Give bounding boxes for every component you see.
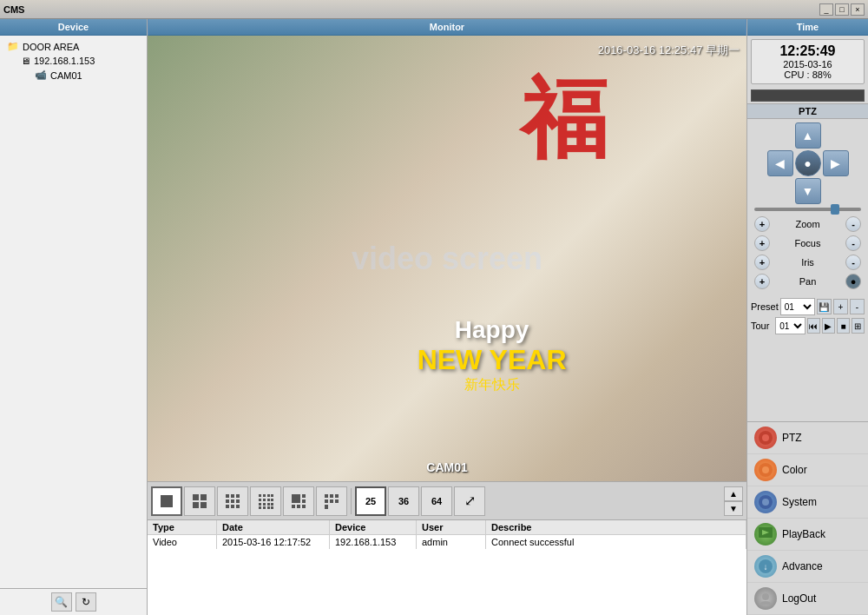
ptz-left-button[interactable]: ◀ xyxy=(767,150,793,176)
svg-rect-5 xyxy=(226,494,229,498)
nav-item-system[interactable]: System xyxy=(747,486,868,519)
svg-rect-40 xyxy=(330,499,333,503)
layout-custom1-button[interactable] xyxy=(283,486,314,516)
ptz-right-button[interactable]: ▶ xyxy=(823,150,849,176)
ptz-center-button[interactable]: ● xyxy=(795,150,821,176)
nav-item-color[interactable]: Color xyxy=(747,454,868,486)
pan-plus-button[interactable]: + xyxy=(754,274,770,289)
log-type: Video xyxy=(148,535,217,549)
ptz-nav-icon xyxy=(754,427,777,449)
svg-rect-1 xyxy=(193,494,199,500)
ptz-label: PTZ xyxy=(747,104,868,119)
advance-nav-icon: ↓ xyxy=(754,555,777,578)
nav-item-logout[interactable]: LogOut xyxy=(747,583,868,615)
app-title: CMS xyxy=(3,4,24,15)
svg-rect-17 xyxy=(271,494,273,497)
ptz-up-button[interactable]: ▲ xyxy=(795,122,821,149)
tree-cam-label: CAM01 xyxy=(50,70,82,81)
scroll-up-button[interactable]: ▲ xyxy=(724,486,743,501)
center-panel: Monitor 2016-03-16 12:25:47 早期一 福 Happy … xyxy=(148,19,746,615)
layout-custom2-button[interactable] xyxy=(316,486,347,516)
tree-item-cam[interactable]: 📹 CAM01 xyxy=(3,68,143,83)
tour-play-button[interactable]: ▶ xyxy=(822,318,835,334)
zoom-64-button[interactable]: 64 xyxy=(421,486,452,516)
ptz-down-button[interactable]: ▼ xyxy=(795,178,821,204)
tour-select[interactable]: 01 xyxy=(775,317,806,334)
left-panel: Device 📁 DOOR AREA 🖥 192.168.1.153 📹 CAM… xyxy=(0,19,148,615)
video-timestamp: 2016-03-16 12:25:47 早期一 xyxy=(598,43,740,58)
logout-nav-icon xyxy=(754,587,777,610)
svg-rect-37 xyxy=(330,494,333,498)
ptz-focus-row: + Focus - xyxy=(751,234,865,253)
zoom-label: Zoom xyxy=(770,219,845,229)
pan-dot-button[interactable]: ● xyxy=(845,274,861,289)
tree-root-label: DOOR AREA xyxy=(23,42,79,52)
ptz-zoom-row: + Zoom - xyxy=(751,215,865,234)
preset-save-button[interactable]: 💾 xyxy=(817,299,832,314)
tree-item-root[interactable]: 📁 DOOR AREA xyxy=(3,39,143,54)
system-nav-icon xyxy=(754,491,777,513)
preset-add-button[interactable]: + xyxy=(833,299,848,314)
svg-rect-20 xyxy=(267,499,270,501)
layout-3x3-button[interactable] xyxy=(217,486,248,516)
search-button[interactable]: 🔍 xyxy=(51,592,72,612)
iris-minus-button[interactable]: - xyxy=(845,255,861,270)
cpu-usage: CPU : 88% xyxy=(755,69,860,80)
ptz-section: PTZ ▲ ◀ ● ▶ ▼ xyxy=(747,103,868,338)
log-row[interactable]: Video 2015-03-16 12:17:52 192.168.1.153 … xyxy=(148,535,746,549)
layout-1x1-button[interactable] xyxy=(151,486,182,516)
tour-rewind-button[interactable]: ⏮ xyxy=(807,318,820,334)
right-panel: Time 12:25:49 2015-03-16 CPU : 88% PTZ ▲ xyxy=(746,19,868,615)
svg-rect-33 xyxy=(292,505,295,508)
svg-rect-21 xyxy=(271,499,273,501)
fullscreen-button[interactable]: ⤢ xyxy=(454,486,485,516)
svg-rect-12 xyxy=(231,505,234,508)
zoom-25-button[interactable]: 25 xyxy=(355,486,386,516)
bottom-nav: PTZ Color System xyxy=(747,421,868,615)
tree-item-ip[interactable]: 🖥 192.168.1.153 xyxy=(3,54,143,68)
layout-4x4-button[interactable] xyxy=(250,486,281,516)
ptz-slider[interactable] xyxy=(751,208,865,211)
svg-rect-18 xyxy=(259,499,261,501)
camera-icon: 📹 xyxy=(35,69,47,81)
log-date: 2015-03-16 12:17:52 xyxy=(217,535,330,549)
toolbar: 25 36 64 ⤢ ▲ ▼ xyxy=(148,481,746,519)
nav-item-playback[interactable]: PlayBack xyxy=(747,519,868,551)
svg-rect-32 xyxy=(302,499,306,503)
iris-plus-button[interactable]: + xyxy=(754,255,770,270)
tour-grid-button[interactable]: ⊞ xyxy=(852,318,865,334)
folder-icon: 📁 xyxy=(7,41,19,52)
svg-rect-7 xyxy=(236,494,240,498)
zoom-36-button[interactable]: 36 xyxy=(388,486,419,516)
focus-minus-button[interactable]: - xyxy=(845,235,861,251)
svg-rect-9 xyxy=(231,499,234,503)
current-time: 12:25:49 xyxy=(755,43,860,59)
nav-item-ptz[interactable]: PTZ xyxy=(747,422,868,454)
maximize-button[interactable]: □ xyxy=(835,3,849,16)
playback-nav-label: PlayBack xyxy=(782,528,825,540)
preset-remove-button[interactable]: - xyxy=(850,299,865,314)
layout-2x2-button[interactable] xyxy=(184,486,215,516)
nav-item-advance[interactable]: ↓ Advance xyxy=(747,551,868,583)
svg-rect-29 xyxy=(271,506,273,509)
tour-row: Tour 01 ⏮ ▶ ■ ⊞ xyxy=(751,317,865,334)
log-area: Type Date Device User Describe Video 201… xyxy=(148,519,746,615)
minimize-button[interactable]: _ xyxy=(819,3,833,16)
preset-select[interactable]: 01 xyxy=(780,298,815,315)
monitor-header: Monitor xyxy=(148,19,746,36)
refresh-button[interactable]: ↻ xyxy=(76,592,96,612)
color-nav-label: Color xyxy=(782,464,807,476)
zoom-minus-button[interactable]: - xyxy=(845,216,861,232)
svg-rect-0 xyxy=(161,495,173,507)
window-controls[interactable]: _ □ × xyxy=(819,3,865,16)
scroll-down-button[interactable]: ▼ xyxy=(724,501,743,516)
logout-nav-label: LogOut xyxy=(782,592,816,605)
close-button[interactable]: × xyxy=(851,3,865,16)
svg-rect-4 xyxy=(201,502,207,508)
svg-rect-26 xyxy=(259,506,261,509)
tour-stop-button[interactable]: ■ xyxy=(837,318,850,334)
svg-rect-11 xyxy=(226,505,229,508)
focus-plus-button[interactable]: + xyxy=(754,235,770,251)
zoom-plus-button[interactable]: + xyxy=(754,216,770,232)
hny-line3: 新年快乐 xyxy=(418,376,567,394)
